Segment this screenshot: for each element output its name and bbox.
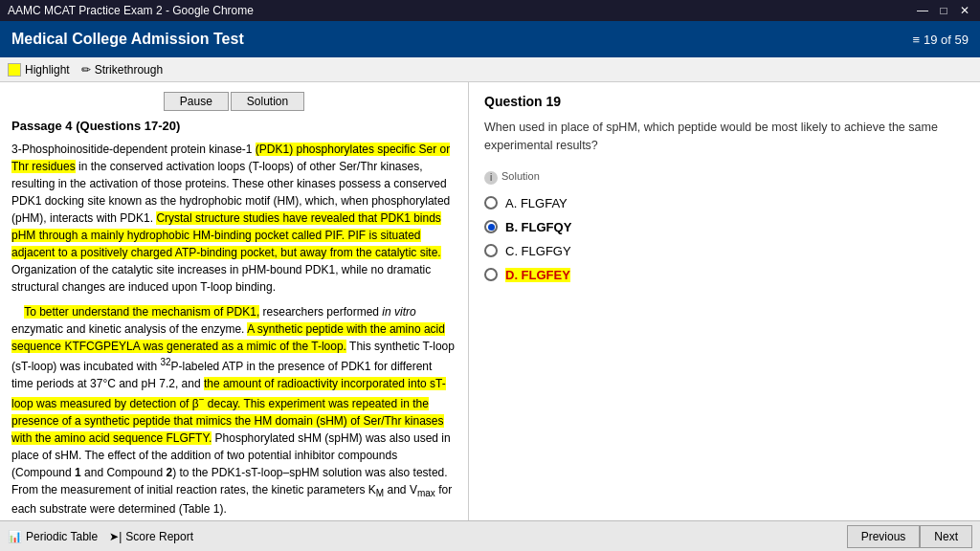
next-button[interactable]: Next — [920, 525, 972, 548]
choice-b[interactable]: B. FLGFQY — [484, 220, 965, 234]
radio-b-fill — [488, 224, 495, 231]
highlight-label: Highlight — [25, 63, 70, 77]
choice-c-label: C. FLGFGY — [505, 244, 571, 258]
passage-title: Passage 4 (Questions 17-20) — [11, 119, 457, 133]
question-panel: Question 19 When used in place of spHM, … — [469, 82, 980, 520]
window-title: AAMC MCAT Practice Exam 2 - Google Chrom… — [8, 4, 254, 17]
periodic-table-icon: 📊 — [8, 530, 22, 543]
passage-paragraph-1: 3-Phosphoinositide-dependent protein kin… — [11, 141, 457, 296]
solution-text: Solution — [501, 170, 540, 182]
highlight-tool[interactable]: Highlight — [8, 63, 70, 77]
toolbar: Highlight ✏ Strikethrough — [0, 57, 980, 82]
compound-1-label: 1 — [75, 466, 81, 479]
choice-c[interactable]: C. FLGFGY — [484, 244, 965, 258]
window-controls: — □ ✕ — [915, 4, 972, 17]
periodic-table-button[interactable]: 📊 Periodic Table — [8, 530, 98, 543]
choice-d-highlight: D. FLGFEY — [505, 268, 570, 282]
strikethrough-icon: ✏ — [81, 63, 91, 77]
score-report-label: Score Report — [125, 530, 193, 543]
highlight-5: the amount of radioactivity incorporated… — [11, 377, 446, 445]
minimize-btn[interactable]: — — [915, 4, 930, 17]
solution-button[interactable]: Solution — [231, 92, 304, 111]
app-title: Medical College Admission Test — [11, 31, 244, 48]
question-text: When used in place of spHM, which peptid… — [484, 119, 965, 155]
choice-b-label: B. FLGFQY — [505, 220, 571, 234]
italic-text: in vitro — [382, 305, 415, 319]
radio-d[interactable] — [484, 268, 498, 281]
highlight-icon — [8, 63, 21, 77]
bottom-left-tools: 📊 Periodic Table ➤| Score Report — [8, 530, 193, 543]
close-btn[interactable]: ✕ — [957, 4, 972, 17]
choice-d[interactable]: D. FLGFEY — [484, 268, 965, 282]
question-number: Question 19 — [484, 94, 965, 109]
maximize-btn[interactable]: □ — [936, 4, 951, 17]
score-report-button[interactable]: ➤| Score Report — [109, 530, 193, 543]
radio-c[interactable] — [484, 244, 498, 257]
radio-a[interactable] — [484, 196, 498, 209]
highlight-2: Crystal structure studies have revealed … — [11, 211, 441, 259]
choice-a-label: A. FLGFAY — [505, 196, 568, 210]
radio-b[interactable] — [484, 220, 498, 233]
navigation-buttons: Previous Next — [847, 525, 972, 548]
highlight-3: To better understand the mechanism of PD… — [24, 305, 259, 319]
score-report-icon: ➤| — [109, 530, 122, 543]
bottom-bar: 📊 Periodic Table ➤| Score Report Previou… — [0, 520, 980, 551]
pause-button[interactable]: Pause — [164, 92, 229, 111]
strikethrough-label: Strikethrough — [95, 63, 163, 77]
solution-label: i Solution — [484, 170, 965, 185]
progress-text: 19 of 59 — [924, 33, 969, 47]
choice-a[interactable]: A. FLGFAY — [484, 196, 965, 210]
compound-2-label: 2 — [166, 466, 172, 479]
passage-panel[interactable]: Pause Solution Passage 4 (Questions 17-2… — [0, 82, 469, 520]
strikethrough-tool[interactable]: ✏ Strikethrough — [81, 63, 163, 77]
app-bar: Medical College Admission Test ≡ 19 of 5… — [0, 21, 980, 57]
main-area: Pause Solution Passage 4 (Questions 17-2… — [0, 82, 980, 520]
highlight-1: (PDK1) phosphorylates specific Ser or Th… — [11, 143, 450, 173]
periodic-table-label: Periodic Table — [26, 530, 98, 543]
progress-indicator: ≡ 19 of 59 — [912, 33, 969, 47]
passage-paragraph-2: To better understand the mechanism of PD… — [11, 303, 457, 518]
previous-button[interactable]: Previous — [847, 525, 921, 548]
info-icon: i — [484, 171, 498, 185]
title-bar: AAMC MCAT Practice Exam 2 - Google Chrom… — [0, 0, 980, 21]
choice-d-label: D. FLGFEY — [505, 268, 570, 282]
highlight-4: A synthetic peptide with the amino acid … — [11, 322, 445, 353]
answer-choices: A. FLGFAY B. FLGFQY C. FLGFGY D. FLGFEY — [484, 196, 965, 282]
